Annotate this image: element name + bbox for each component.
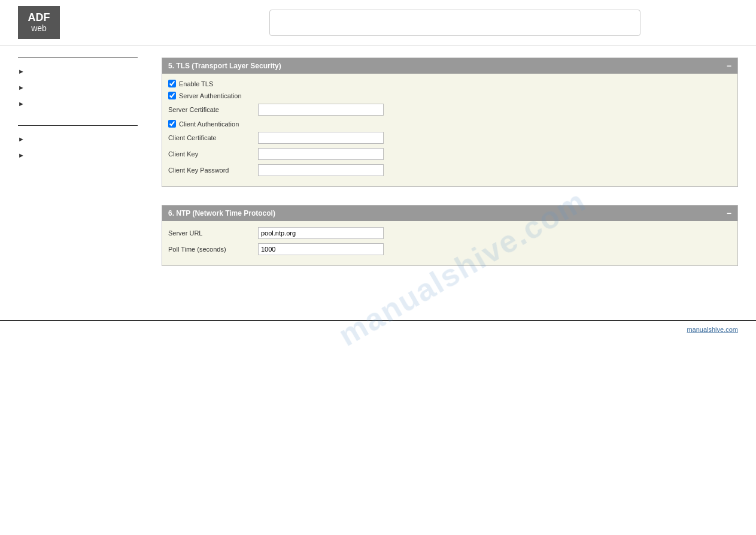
client-cert-label: Client Certificate (168, 134, 258, 141)
ntp-panel-title: 6. NTP (Network Time Protocol) (168, 209, 275, 217)
ntp-server-url-label: Server URL (168, 229, 258, 237)
sidebar-item-1[interactable]: ► (18, 67, 138, 75)
sidebar-item-3[interactable]: ► (18, 99, 138, 107)
enable-tls-row: Enable TLS (168, 80, 731, 87)
header: ADF web (0, 0, 756, 46)
logo-web: web (31, 24, 47, 33)
footer-link[interactable]: manualshive.com (687, 326, 738, 333)
sidebar-item-2[interactable]: ► (18, 83, 138, 91)
client-key-pwd-row: Client Key Password (168, 164, 731, 176)
enable-tls-checkbox[interactable] (168, 80, 176, 87)
logo-adf: ADF (28, 12, 50, 24)
ntp-server-url-input[interactable] (258, 227, 384, 239)
client-cert-input[interactable] (258, 132, 384, 144)
server-auth-label: Server Authentication (179, 92, 242, 99)
arrow-icon-2: ► (18, 84, 25, 91)
sidebar-section-2: ► ► (18, 125, 138, 159)
sidebar: ► ► ► ► ► (18, 58, 150, 284)
sidebar-divider-1 (18, 58, 138, 58)
client-key-label: Client Key (168, 150, 258, 158)
server-cert-label: Server Certificate (168, 106, 258, 113)
sidebar-item-5[interactable]: ► (18, 151, 138, 159)
server-auth-checkbox[interactable] (168, 92, 176, 99)
server-auth-row: Server Authentication (168, 92, 731, 99)
ntp-poll-time-label: Poll Time (seconds) (168, 246, 258, 253)
header-search-container (269, 10, 640, 36)
client-auth-label: Client Authentication (179, 120, 239, 128)
main-layout: ► ► ► ► ► (0, 46, 756, 296)
arrow-icon-3: ► (18, 100, 25, 107)
ntp-server-url-row: Server URL (168, 227, 731, 239)
ntp-collapse-button[interactable]: − (727, 208, 731, 218)
arrow-icon-4: ► (18, 135, 25, 143)
arrow-icon-5: ► (18, 152, 25, 159)
client-key-pwd-input[interactable] (258, 164, 384, 176)
sidebar-section-1: ► ► ► (18, 58, 138, 107)
footer: manualshive.com (0, 320, 756, 338)
server-cert-row: Server Certificate (168, 104, 731, 116)
client-key-row: Client Key (168, 148, 731, 160)
client-key-pwd-label: Client Key Password (168, 167, 258, 174)
arrow-icon-1: ► (18, 68, 25, 75)
client-auth-row: Client Authentication (168, 120, 731, 128)
tls-collapse-button[interactable]: − (727, 61, 731, 71)
client-cert-row: Client Certificate (168, 132, 731, 144)
tls-panel-body: Enable TLS Server Authentication Server … (162, 74, 737, 186)
tls-panel: 5. TLS (Transport Layer Security) − Enab… (162, 58, 738, 187)
ntp-panel-body: Server URL Poll Time (seconds) (162, 221, 737, 265)
tls-panel-title: 5. TLS (Transport Layer Security) (168, 62, 281, 70)
sidebar-divider-2 (18, 125, 138, 126)
ntp-panel: 6. NTP (Network Time Protocol) − Server … (162, 205, 738, 266)
ntp-poll-time-input[interactable] (258, 243, 384, 255)
ntp-panel-header: 6. NTP (Network Time Protocol) − (162, 205, 737, 221)
right-content: 5. TLS (Transport Layer Security) − Enab… (150, 58, 738, 284)
enable-tls-label: Enable TLS (179, 80, 213, 87)
logo: ADF web (18, 6, 60, 39)
search-input[interactable] (269, 10, 640, 36)
tls-panel-header: 5. TLS (Transport Layer Security) − (162, 58, 737, 74)
client-key-input[interactable] (258, 148, 384, 160)
server-cert-input[interactable] (258, 104, 384, 116)
client-auth-checkbox[interactable] (168, 120, 176, 128)
ntp-poll-time-row: Poll Time (seconds) (168, 243, 731, 255)
sidebar-item-4[interactable]: ► (18, 135, 138, 143)
